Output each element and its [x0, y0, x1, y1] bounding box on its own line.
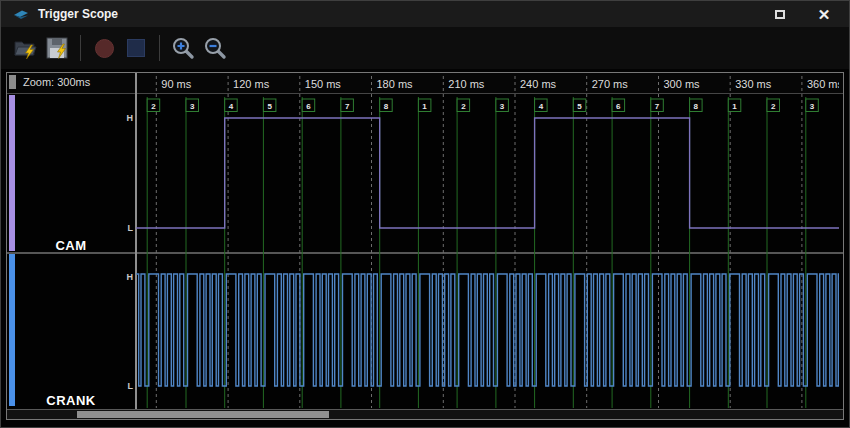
zoom-level-label: Zoom: 300ms — [23, 76, 90, 88]
trigger-marker-number: 6 — [616, 102, 621, 111]
zoom-in-icon — [171, 36, 195, 60]
trigger-marker-number: 1 — [732, 102, 737, 111]
waveform-plot: 90 ms120 ms150 ms180 ms210 ms240 ms270 m… — [136, 73, 839, 409]
time-tick-label: 360 ms — [807, 78, 839, 90]
maximize-icon — [775, 10, 785, 19]
header-grip[interactable] — [9, 75, 16, 89]
save-icon — [44, 35, 70, 61]
trigger-marker-number: 3 — [500, 102, 505, 111]
horizontal-scrollbar[interactable] — [7, 409, 843, 419]
trigger-marker-number: 2 — [771, 102, 776, 111]
trigger-marker-number: 1 — [422, 102, 427, 111]
save-button[interactable] — [41, 30, 73, 66]
zoom-in-button[interactable] — [167, 30, 199, 66]
crank-low-label: L — [107, 380, 133, 392]
time-tick-label: 300 ms — [664, 78, 701, 90]
cam-trace — [136, 118, 839, 228]
crank-channel-stripe — [9, 254, 15, 406]
toolbar — [1, 27, 849, 69]
trigger-marker-number: 7 — [345, 102, 350, 111]
trigger-marker-number: 6 — [306, 102, 311, 111]
stop-icon — [127, 39, 145, 57]
trigger-marker-number: 8 — [694, 102, 699, 111]
close-icon: ✕ — [818, 7, 831, 22]
time-tick-label: 120 ms — [233, 78, 270, 90]
scope-panel: Zoom: 300ms CAM CRANK H L H L 90 ms120 m… — [6, 72, 844, 420]
time-tick-label: 210 ms — [448, 78, 485, 90]
zoom-out-icon — [203, 36, 227, 60]
cam-channel-label: CAM — [15, 238, 127, 253]
trigger-marker-number: 3 — [810, 102, 815, 111]
window-title: Trigger Scope — [38, 7, 118, 21]
toolbar-separator — [159, 35, 160, 61]
record-button[interactable] — [88, 30, 120, 66]
time-tick-label: 180 ms — [377, 78, 414, 90]
cam-channel-stripe — [9, 95, 15, 251]
folder-open-icon — [12, 35, 38, 61]
time-tick-label: 240 ms — [520, 78, 557, 90]
scrollbar-thumb[interactable] — [77, 411, 329, 418]
titlebar[interactable]: Trigger Scope ✕ — [1, 1, 849, 27]
trigger-marker-number: 4 — [539, 102, 544, 111]
trigger-marker-number: 5 — [267, 102, 272, 111]
trigger-marker-number: 7 — [655, 102, 660, 111]
app-icon — [13, 8, 29, 20]
maximize-button[interactable] — [765, 2, 795, 26]
time-tick-label: 270 ms — [592, 78, 629, 90]
time-tick-label: 330 ms — [735, 78, 772, 90]
trigger-marker-number: 3 — [190, 102, 195, 111]
trigger-marker-number: 5 — [577, 102, 582, 111]
trigger-marker-number: 2 — [461, 102, 466, 111]
cam-high-label: H — [107, 112, 133, 124]
crank-high-label: H — [107, 271, 133, 283]
cam-low-label: L — [107, 222, 133, 234]
toolbar-separator — [80, 35, 81, 61]
trigger-scope-window: Trigger Scope ✕ — [0, 0, 850, 428]
record-icon — [95, 39, 114, 58]
crank-trace — [136, 274, 839, 386]
time-tick-label: 150 ms — [305, 78, 342, 90]
open-button[interactable] — [9, 30, 41, 66]
time-tick-label: 90 ms — [161, 78, 191, 90]
trigger-marker-number: 8 — [384, 102, 389, 111]
trigger-marker-number: 4 — [229, 102, 234, 111]
close-button[interactable]: ✕ — [809, 2, 839, 26]
stop-button[interactable] — [120, 30, 152, 66]
zoom-out-button[interactable] — [199, 30, 231, 66]
crank-channel-label: CRANK — [15, 393, 127, 408]
trigger-marker-number: 2 — [151, 102, 156, 111]
